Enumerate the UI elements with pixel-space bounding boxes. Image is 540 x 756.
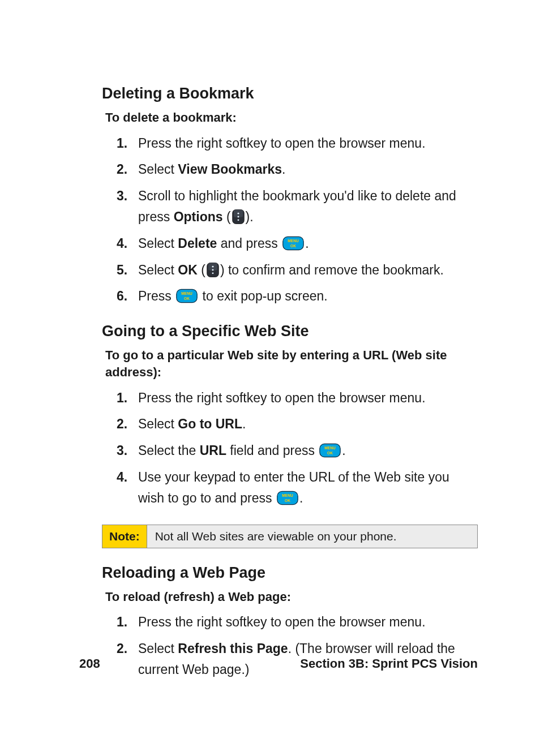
menu-ok-key-icon — [277, 491, 298, 505]
step-text: Select — [138, 162, 178, 177]
step-text: . — [305, 236, 308, 251]
list-item: Select View Bookmarks. — [117, 159, 478, 180]
heading-reloading: Reloading a Web Page — [102, 564, 478, 582]
step-text: Select the — [138, 443, 200, 458]
step-text: . — [299, 491, 303, 505]
step-text: Select — [138, 641, 178, 656]
list-item: Select OK () to confirm and remove the b… — [117, 260, 478, 281]
keyword: View Bookmarks — [178, 162, 282, 177]
step-text: Select — [138, 263, 178, 277]
keyword: Refresh this Page — [178, 641, 288, 656]
list-item: Press the right softkey to open the brow… — [117, 133, 478, 154]
options-key-icon — [232, 209, 245, 225]
step-text: . — [282, 162, 285, 177]
lead-reloading: To reload (refresh) a Web page: — [105, 589, 478, 605]
list-item: Scroll to highlight the bookmark you'd l… — [117, 186, 478, 227]
step-text: Press the right softkey to open the brow… — [138, 615, 426, 629]
list-item: Press to exit pop-up screen. — [117, 286, 478, 307]
note-label: Note: — [102, 525, 147, 548]
step-text: . — [242, 416, 246, 431]
section-label: Section 3B: Sprint PCS Vision — [300, 656, 478, 671]
step-text: Select — [138, 416, 178, 431]
list-item: Select Delete and press . — [117, 233, 478, 254]
list-item: Use your keypad to enter the URL of the … — [117, 467, 478, 509]
list-item: Press the right softkey to open the brow… — [117, 388, 478, 409]
steps-going: Press the right softkey to open the brow… — [102, 388, 478, 509]
step-text: ( — [223, 209, 231, 224]
step-text: and press — [217, 236, 281, 251]
menu-ok-key-icon — [282, 236, 304, 251]
page-footer: 208 Section 3B: Sprint PCS Vision — [0, 656, 540, 671]
step-text: . — [342, 443, 345, 458]
menu-ok-key-icon — [319, 443, 341, 458]
keyword: Options — [174, 209, 223, 224]
lead-going: To go to a particular Web site by enteri… — [105, 347, 478, 380]
heading-deleting: Deleting a Bookmark — [102, 85, 478, 102]
options-key-icon — [207, 262, 219, 278]
document-page: Deleting a Bookmark To delete a bookmark… — [0, 0, 540, 756]
step-text: Press — [138, 289, 175, 303]
note-box: Note: Not all Web sites are viewable on … — [102, 525, 478, 548]
page-number: 208 — [79, 656, 100, 671]
list-item: Select the URL field and press . — [117, 440, 478, 461]
list-item: Press the right softkey to open the brow… — [117, 612, 478, 633]
step-text: Press the right softkey to open the brow… — [138, 136, 426, 151]
step-text: field and press — [226, 443, 318, 458]
heading-going: Going to a Specific Web Site — [102, 323, 478, 340]
steps-deleting: Press the right softkey to open the brow… — [102, 133, 478, 307]
keyword: Go to URL — [178, 416, 242, 431]
keyword: URL — [200, 443, 226, 458]
keyword: OK — [178, 263, 198, 277]
step-text: ( — [198, 263, 205, 277]
step-text: to exit pop-up screen. — [199, 289, 328, 303]
lead-deleting: To delete a bookmark: — [105, 109, 478, 126]
step-text: Select — [138, 236, 178, 251]
list-item: Select Go to URL. — [117, 414, 478, 435]
keyword: Delete — [178, 236, 217, 251]
step-text: Press the right softkey to open the brow… — [138, 390, 426, 405]
step-text: ) to confirm and remove the bookmark. — [220, 263, 444, 277]
step-text: ). — [246, 209, 254, 224]
note-body: Not all Web sites are viewable on your p… — [147, 525, 477, 548]
menu-ok-key-icon — [176, 289, 198, 303]
